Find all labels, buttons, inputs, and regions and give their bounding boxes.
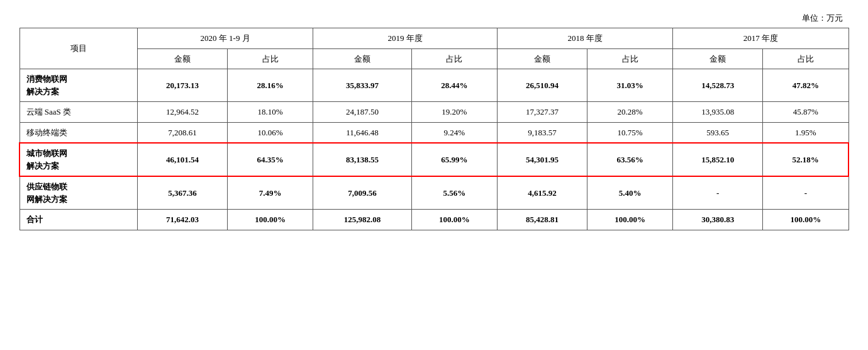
sub-ratio-3: 占比: [587, 48, 672, 69]
cell-r2-c6: 20.28%: [587, 102, 672, 123]
cell-r1-c7: 14,528.73: [673, 69, 763, 102]
row-item-5: 供应链物联 网解决方案: [19, 176, 138, 210]
cell-r5-c5: 4,615.92: [497, 176, 587, 210]
cell-r3-c7: 593.65: [673, 122, 763, 143]
cell-r3-c4: 9.24%: [411, 122, 497, 143]
cell-r3-c8: 1.95%: [763, 122, 849, 143]
table-row-6: 合计71,642.03100.00%125,982.08100.00%85,42…: [19, 210, 849, 230]
table-wrapper: 项目 2020 年 1-9 月 2019 年度 2018 年度 2017 年度 …: [19, 28, 849, 230]
cell-r5-c6: 5.40%: [587, 176, 672, 210]
cell-r1-c6: 31.03%: [587, 69, 672, 102]
cell-r5-c1: 5,367.36: [138, 176, 228, 210]
cell-r3-c2: 10.06%: [228, 122, 313, 143]
table-row-1: 消费物联网 解决方案20,173.1328.16%35,833.9728.44%…: [19, 69, 849, 102]
cell-r4-c7: 15,852.10: [673, 143, 763, 176]
cell-r6-c1: 71,642.03: [138, 210, 228, 230]
sub-amount-2: 金额: [313, 48, 411, 69]
table-row-5: 供应链物联 网解决方案5,367.367.49%7,009.565.56%4,6…: [19, 176, 849, 210]
cell-r2-c1: 12,964.52: [138, 102, 228, 123]
cell-r2-c2: 18.10%: [228, 102, 313, 123]
cell-r1-c2: 28.16%: [228, 69, 313, 102]
cell-r2-c5: 17,327.37: [497, 102, 587, 123]
cell-r4-c2: 64.35%: [228, 143, 313, 176]
sub-ratio-4: 占比: [763, 48, 849, 69]
cell-r2-c7: 13,935.08: [673, 102, 763, 123]
row-item-6: 合计: [19, 210, 138, 230]
header-2019: 2019 年度: [313, 28, 498, 49]
row-item-3: 移动终端类: [19, 122, 138, 143]
sub-ratio-1: 占比: [228, 48, 313, 69]
cell-r6-c5: 85,428.81: [497, 210, 587, 230]
cell-r3-c5: 9,183.57: [497, 122, 587, 143]
cell-r4-c1: 46,101.54: [138, 143, 228, 176]
cell-r4-c5: 54,301.95: [497, 143, 587, 176]
table-row-2: 云端 SaaS 类12,964.5218.10%24,187.5019.20%1…: [19, 102, 849, 123]
sub-header-row: 金额 占比 金额 占比 金额 占比 金额 占比: [19, 48, 849, 69]
cell-r6-c6: 100.00%: [587, 210, 672, 230]
cell-r6-c4: 100.00%: [411, 210, 497, 230]
cell-r5-c4: 5.56%: [411, 176, 497, 210]
cell-r4-c3: 83,138.55: [313, 143, 411, 176]
header-row: 项目 2020 年 1-9 月 2019 年度 2018 年度 2017 年度: [19, 28, 849, 49]
cell-r1-c8: 47.82%: [763, 69, 849, 102]
cell-r1-c3: 35,833.97: [313, 69, 411, 102]
table-row-3: 移动终端类7,208.6110.06%11,646.489.24%9,183.5…: [19, 122, 849, 143]
sub-ratio-2: 占比: [411, 48, 497, 69]
cell-r4-c6: 63.56%: [587, 143, 672, 176]
row-item-1: 消费物联网 解决方案: [19, 69, 138, 102]
data-table: 项目 2020 年 1-9 月 2019 年度 2018 年度 2017 年度 …: [19, 28, 849, 230]
cell-r1-c1: 20,173.13: [138, 69, 228, 102]
cell-r1-c4: 28.44%: [411, 69, 497, 102]
cell-r4-c4: 65.99%: [411, 143, 497, 176]
row-item-4: 城市物联网 解决方案: [19, 143, 138, 176]
sub-amount-1: 金额: [138, 48, 228, 69]
table-row-4: 城市物联网 解决方案46,101.5464.35%83,138.5565.99%…: [19, 143, 849, 176]
cell-r2-c4: 19.20%: [411, 102, 497, 123]
cell-r2-c8: 45.87%: [763, 102, 849, 123]
header-2017: 2017 年度: [673, 28, 849, 49]
cell-r3-c6: 10.75%: [587, 122, 672, 143]
cell-r5-c7: -: [673, 176, 763, 210]
header-2020: 2020 年 1-9 月: [138, 28, 313, 49]
cell-r6-c7: 30,380.83: [673, 210, 763, 230]
cell-r1-c5: 26,510.94: [497, 69, 587, 102]
cell-r6-c3: 125,982.08: [313, 210, 411, 230]
sub-amount-4: 金额: [673, 48, 763, 69]
row-item-2: 云端 SaaS 类: [19, 102, 138, 123]
header-2018: 2018 年度: [497, 28, 672, 49]
cell-r4-c8: 52.18%: [763, 143, 849, 176]
cell-r2-c3: 24,187.50: [313, 102, 411, 123]
cell-r3-c1: 7,208.61: [138, 122, 228, 143]
cell-r6-c2: 100.00%: [228, 210, 313, 230]
cell-r5-c2: 7.49%: [228, 176, 313, 210]
cell-r6-c8: 100.00%: [763, 210, 849, 230]
sub-amount-3: 金额: [497, 48, 587, 69]
cell-r5-c3: 7,009.56: [313, 176, 411, 210]
cell-r3-c3: 11,646.48: [313, 122, 411, 143]
unit-label: 单位：万元: [19, 13, 849, 24]
col-item-header: 项目: [19, 28, 138, 69]
cell-r5-c8: -: [763, 176, 849, 210]
